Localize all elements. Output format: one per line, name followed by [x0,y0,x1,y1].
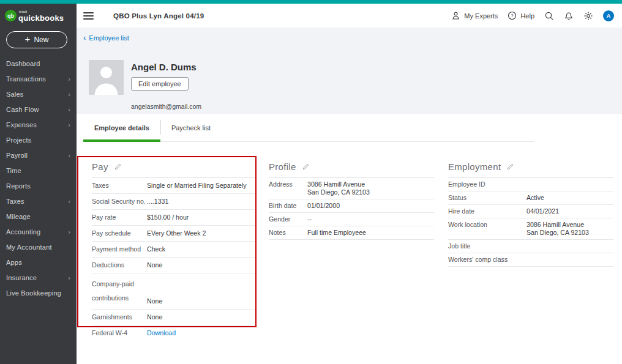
edit-profile-button[interactable] [302,163,310,171]
sidebar-item-label: Mileage [6,213,70,220]
sidebar-item-time[interactable]: Time [0,163,77,179]
help-button[interactable]: ? Help [508,11,534,20]
edit-pay-button[interactable] [114,163,122,171]
quickbooks-logo-icon: qb [5,10,17,21]
field-row-garnishments: GarnishmentsNone [92,310,255,325]
field-label: Notes [269,229,307,237]
sidebar-item-label: Transactions [6,75,68,83]
chevron-right-icon: › [68,229,70,236]
field-label: Pay rate [92,214,147,221]
field-label: Federal W-4 [92,329,147,337]
help-label: Help [520,12,534,20]
employee-summary: Angel D. Dums Edit employee angelasmith@… [89,60,622,110]
app-header: QBO Plus Lyn Angel 04/19 My Experts ? He… [77,4,622,28]
field-row-taxes: TaxesSingle or Married Filing Separately [92,178,255,194]
sidebar-item-insurance[interactable]: Insurance› [0,270,77,286]
sidebar-item-live-bookkeeping[interactable]: Live Bookkeeping [0,286,77,301]
field-value: Full time Employeee [307,229,366,237]
field-label: Payment method [92,245,147,253]
field-row-workers-comp-class: Workers' comp class [448,253,613,267]
sidebar-item-label: Cash Flow [6,106,68,113]
sidebar-item-sales[interactable]: Sales› [0,87,77,102]
field-row-birth-date: Birth date01/01/2000 [269,199,434,213]
section-title: Pay [92,162,108,172]
sidebar-item-expenses[interactable]: Expenses› [0,117,77,133]
tab-label: Paycheck list [171,124,211,132]
section-title: Profile [269,162,296,172]
field-label: Work location [448,221,526,229]
sidebar-item-my-accountant[interactable]: My Accountant [0,240,77,255]
field-label: Birth date [269,202,307,210]
sidebar-item-mileage[interactable]: Mileage [0,209,77,225]
field-value: ....1331 [147,198,168,206]
svg-text:?: ? [511,13,514,18]
sidebar-item-taxes[interactable]: Taxes› [0,194,77,209]
field-label: Employee ID [448,180,526,188]
field-label: Gender [269,215,307,223]
download-link[interactable]: Download [147,329,176,337]
sidebar-item-dashboard[interactable]: Dashboard [0,56,77,72]
company-title: QBO Plus Lyn Angel 04/19 [113,12,204,20]
person-icon [451,11,460,20]
field-label: Social Security no. [92,198,147,206]
sidebar-item-label: Dashboard [6,60,70,67]
quickbooks-logo-text: intuit quickbooks [18,10,64,22]
tab-label: Employee details [94,124,149,132]
field-row-address: Address3086 Hamill Avenue San Diego, CA … [269,178,434,199]
settings-button[interactable] [583,11,593,21]
sidebar-item-apps[interactable]: Apps [0,255,77,270]
chevron-right-icon: › [68,198,70,205]
field-label: Job title [448,242,526,250]
pencil-icon [302,163,310,171]
sidebar-item-label: Payroll [6,152,68,159]
field-value: None [147,297,162,305]
sidebar-item-label: Insurance [6,274,68,281]
tab-bar: Employee detailsPaycheck list [77,114,622,142]
field-label: Company-paid contributions [92,277,147,305]
my-experts-button[interactable]: My Experts [451,11,498,20]
menu-icon[interactable] [83,12,94,20]
employment-section: EmploymentEmployee IDStatusActiveHire da… [448,162,613,341]
sidebar-item-projects[interactable]: Projects [0,133,77,148]
field-value: Check [147,245,165,253]
notifications-button[interactable] [564,11,574,21]
pencil-icon [506,163,514,171]
sidebar-item-cash-flow[interactable]: Cash Flow› [0,102,77,117]
field-value: 04/01/2021 [526,207,559,215]
field-label: Address [269,180,307,188]
tab-paycheck-list[interactable]: Paycheck list [160,114,222,142]
field-value: 3086 Hamill Avenue San Diego, CA 92103 [526,221,589,237]
sidebar-item-payroll[interactable]: Payroll› [0,148,77,163]
edit-employment-button[interactable] [506,163,514,171]
employee-email: angelasmith@gmail.com [131,103,201,110]
sidebar: qb intuit quickbooks + New DashboardTran… [0,4,77,364]
field-value: EVery Other Week 2 [147,229,206,237]
breadcrumb-employee-list[interactable]: ‹ Employee list [83,34,129,42]
field-value: Single or Married Filing Separately [147,182,247,190]
search-icon [544,11,554,21]
user-avatar[interactable]: A [603,10,614,21]
sidebar-item-accounting[interactable]: Accounting› [0,225,77,240]
main-area: QBO Plus Lyn Angel 04/19 My Experts ? He… [77,4,622,364]
sidebar-item-label: Sales [6,91,68,98]
sidebar-item-label: Expenses [6,121,68,128]
sidebar-item-reports[interactable]: Reports [0,179,77,194]
field-value: None [147,313,162,321]
field-value: -- [307,215,312,223]
quickbooks-wordmark: quickbooks [18,14,64,22]
new-button[interactable]: + New [6,31,67,48]
sidebar-item-label: Time [6,167,70,174]
sidebar-item-transactions[interactable]: Transactions› [0,72,77,87]
section-header: Pay [92,162,255,178]
edit-employee-button[interactable]: Edit employee [131,77,189,91]
employee-details-content: PayTaxesSingle or Married Filing Separat… [77,142,622,341]
new-button-label: New [34,35,48,44]
search-button[interactable] [544,11,554,21]
sidebar-item-label: Accounting [6,228,68,236]
field-label: Taxes [92,182,147,190]
field-label: Status [448,194,526,202]
section-header: Employment [448,162,613,178]
header-actions: My Experts ? Help [451,10,614,21]
field-label: Pay schedule [92,229,147,237]
tab-employee-details[interactable]: Employee details [83,114,160,142]
